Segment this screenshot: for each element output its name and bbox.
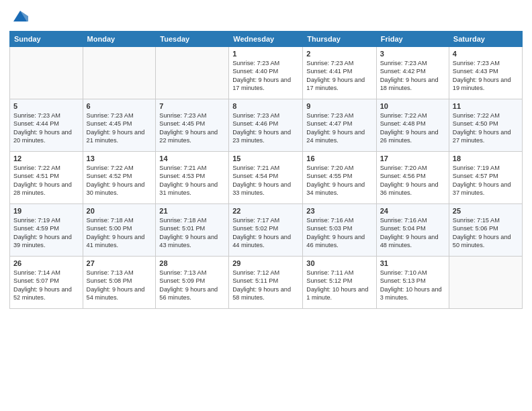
day-info: Sunrise: 7:13 AMSunset: 5:08 PMDaylight:… (87, 269, 152, 302)
day-number: 16 (306, 154, 372, 163)
day-number: 19 (13, 207, 79, 215)
logo (9, 7, 30, 26)
calendar-cell (156, 47, 229, 99)
day-info: Sunrise: 7:23 AMSunset: 4:42 PMDaylight:… (380, 59, 445, 93)
calendar-cell: 15 Sunrise: 7:21 AMSunset: 4:54 PMDaylig… (229, 152, 303, 204)
day-info: Sunrise: 7:19 AMSunset: 4:57 PMDaylight:… (453, 164, 519, 197)
calendar-table: Sunday Monday Tuesday Wednesday Thursday… (9, 31, 523, 309)
day-info: Sunrise: 7:23 AMSunset: 4:45 PMDaylight:… (87, 111, 152, 145)
calendar-cell: 1 Sunrise: 7:23 AMSunset: 4:40 PMDayligh… (229, 47, 303, 99)
calendar-cell: 27 Sunrise: 7:13 AMSunset: 5:08 PMDaylig… (83, 257, 156, 309)
day-number: 12 (13, 154, 79, 163)
day-info: Sunrise: 7:10 AMSunset: 5:13 PMDaylight:… (380, 269, 445, 302)
day-info: Sunrise: 7:22 AMSunset: 4:51 PMDaylight:… (13, 164, 79, 197)
day-number: 31 (380, 259, 445, 267)
day-info: Sunrise: 7:22 AMSunset: 4:52 PMDaylight:… (87, 164, 152, 197)
calendar-cell: 4 Sunrise: 7:23 AMSunset: 4:43 PMDayligh… (449, 47, 522, 99)
day-number: 17 (380, 154, 445, 163)
day-number: 22 (232, 207, 299, 215)
calendar-cell: 3 Sunrise: 7:23 AMSunset: 4:42 PMDayligh… (376, 47, 449, 99)
day-number: 6 (87, 102, 152, 110)
day-info: Sunrise: 7:14 AMSunset: 5:07 PMDaylight:… (13, 269, 79, 302)
day-number: 25 (453, 207, 519, 215)
day-number: 9 (306, 102, 372, 110)
calendar-week-row: 26 Sunrise: 7:14 AMSunset: 5:07 PMDaylig… (10, 257, 523, 309)
calendar-header-row: Sunday Monday Tuesday Wednesday Thursday… (10, 32, 523, 47)
col-tuesday: Tuesday (156, 32, 229, 47)
day-number: 4 (453, 50, 519, 58)
day-info: Sunrise: 7:21 AMSunset: 4:53 PMDaylight:… (159, 164, 225, 197)
day-number: 8 (232, 102, 299, 110)
day-number: 3 (380, 50, 445, 58)
day-info: Sunrise: 7:23 AMSunset: 4:41 PMDaylight:… (306, 59, 372, 93)
day-number: 2 (306, 50, 372, 58)
col-monday: Monday (83, 32, 156, 47)
day-info: Sunrise: 7:23 AMSunset: 4:47 PMDaylight:… (306, 111, 372, 145)
calendar-cell: 22 Sunrise: 7:17 AMSunset: 5:02 PMDaylig… (229, 204, 303, 257)
day-info: Sunrise: 7:17 AMSunset: 5:02 PMDaylight:… (232, 216, 299, 250)
day-number: 24 (380, 207, 445, 215)
day-info: Sunrise: 7:22 AMSunset: 4:50 PMDaylight:… (453, 111, 519, 145)
day-number: 20 (87, 207, 152, 215)
day-number: 21 (159, 207, 225, 215)
day-number: 1 (232, 50, 299, 58)
calendar-cell: 25 Sunrise: 7:15 AMSunset: 5:06 PMDaylig… (449, 204, 522, 257)
day-info: Sunrise: 7:16 AMSunset: 5:03 PMDaylight:… (306, 216, 372, 250)
day-info: Sunrise: 7:15 AMSunset: 5:06 PMDaylight:… (453, 216, 519, 250)
day-number: 26 (13, 259, 79, 267)
calendar-week-row: 12 Sunrise: 7:22 AMSunset: 4:51 PMDaylig… (10, 152, 523, 204)
day-number: 15 (232, 154, 299, 163)
day-info: Sunrise: 7:23 AMSunset: 4:44 PMDaylight:… (13, 111, 79, 145)
calendar-week-row: 1 Sunrise: 7:23 AMSunset: 4:40 PMDayligh… (10, 47, 523, 99)
calendar-cell: 20 Sunrise: 7:18 AMSunset: 5:00 PMDaylig… (83, 204, 156, 257)
calendar-cell (10, 47, 83, 99)
day-info: Sunrise: 7:23 AMSunset: 4:43 PMDaylight:… (453, 59, 519, 93)
day-info: Sunrise: 7:20 AMSunset: 4:56 PMDaylight:… (380, 164, 445, 197)
day-info: Sunrise: 7:23 AMSunset: 4:46 PMDaylight:… (232, 111, 299, 145)
calendar-cell: 7 Sunrise: 7:23 AMSunset: 4:45 PMDayligh… (156, 99, 229, 152)
calendar-cell: 13 Sunrise: 7:22 AMSunset: 4:52 PMDaylig… (83, 152, 156, 204)
calendar-cell: 17 Sunrise: 7:20 AMSunset: 4:56 PMDaylig… (376, 152, 449, 204)
day-number: 23 (306, 207, 372, 215)
day-info: Sunrise: 7:18 AMSunset: 5:00 PMDaylight:… (87, 216, 152, 250)
day-info: Sunrise: 7:22 AMSunset: 4:48 PMDaylight:… (380, 111, 445, 145)
calendar-cell: 24 Sunrise: 7:16 AMSunset: 5:04 PMDaylig… (376, 204, 449, 257)
calendar-cell: 11 Sunrise: 7:22 AMSunset: 4:50 PMDaylig… (449, 99, 522, 152)
calendar-cell: 5 Sunrise: 7:23 AMSunset: 4:44 PMDayligh… (10, 99, 83, 152)
day-info: Sunrise: 7:19 AMSunset: 4:59 PMDaylight:… (13, 216, 79, 250)
day-info: Sunrise: 7:11 AMSunset: 5:12 PMDaylight:… (306, 269, 372, 302)
calendar-cell: 6 Sunrise: 7:23 AMSunset: 4:45 PMDayligh… (83, 99, 156, 152)
day-number: 30 (306, 259, 372, 267)
header (9, 7, 523, 26)
calendar-cell: 9 Sunrise: 7:23 AMSunset: 4:47 PMDayligh… (303, 99, 376, 152)
day-info: Sunrise: 7:20 AMSunset: 4:55 PMDaylight:… (306, 164, 372, 197)
col-thursday: Thursday (303, 32, 376, 47)
calendar-cell: 10 Sunrise: 7:22 AMSunset: 4:48 PMDaylig… (376, 99, 449, 152)
svg-marker-1 (20, 11, 28, 21)
calendar-cell: 12 Sunrise: 7:22 AMSunset: 4:51 PMDaylig… (10, 152, 83, 204)
col-wednesday: Wednesday (229, 32, 303, 47)
day-info: Sunrise: 7:18 AMSunset: 5:01 PMDaylight:… (159, 216, 225, 250)
calendar-cell: 23 Sunrise: 7:16 AMSunset: 5:03 PMDaylig… (303, 204, 376, 257)
day-info: Sunrise: 7:23 AMSunset: 4:45 PMDaylight:… (159, 111, 225, 145)
day-info: Sunrise: 7:13 AMSunset: 5:09 PMDaylight:… (159, 269, 225, 302)
day-number: 27 (87, 259, 152, 267)
calendar-cell: 16 Sunrise: 7:20 AMSunset: 4:55 PMDaylig… (303, 152, 376, 204)
calendar-week-row: 5 Sunrise: 7:23 AMSunset: 4:44 PMDayligh… (10, 99, 523, 152)
col-sunday: Sunday (10, 32, 83, 47)
calendar-cell: 18 Sunrise: 7:19 AMSunset: 4:57 PMDaylig… (449, 152, 522, 204)
calendar-cell: 26 Sunrise: 7:14 AMSunset: 5:07 PMDaylig… (10, 257, 83, 309)
calendar-cell (449, 257, 522, 309)
day-number: 28 (159, 259, 225, 267)
logo-icon (11, 7, 30, 26)
day-number: 11 (453, 102, 519, 110)
calendar-cell: 8 Sunrise: 7:23 AMSunset: 4:46 PMDayligh… (229, 99, 303, 152)
day-number: 18 (453, 154, 519, 163)
day-number: 7 (159, 102, 225, 110)
day-number: 5 (13, 102, 79, 110)
day-number: 13 (87, 154, 152, 163)
col-friday: Friday (376, 32, 449, 47)
calendar-cell: 28 Sunrise: 7:13 AMSunset: 5:09 PMDaylig… (156, 257, 229, 309)
calendar-week-row: 19 Sunrise: 7:19 AMSunset: 4:59 PMDaylig… (10, 204, 523, 257)
calendar-cell: 21 Sunrise: 7:18 AMSunset: 5:01 PMDaylig… (156, 204, 229, 257)
